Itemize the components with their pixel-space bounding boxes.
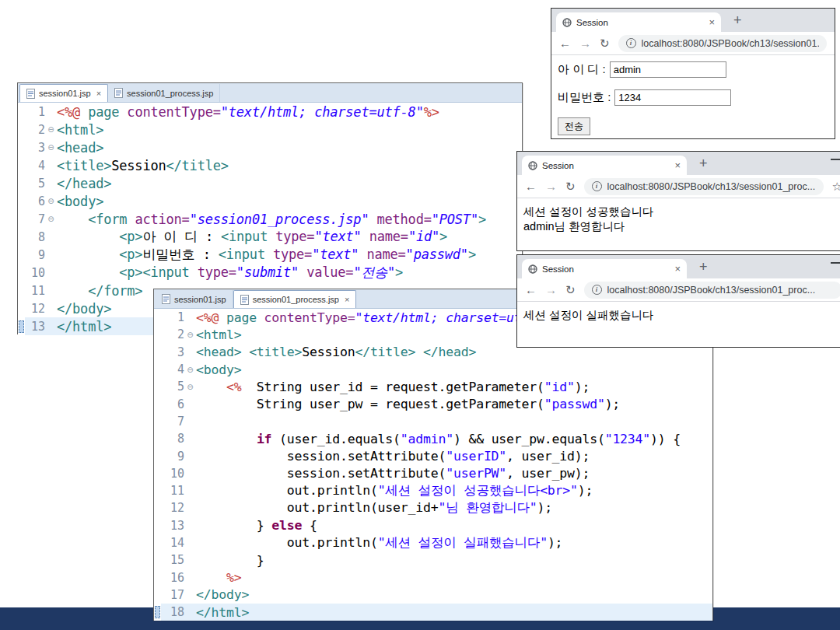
- reload-icon[interactable]: ↻: [565, 180, 576, 192]
- code-text: <head>: [57, 140, 103, 156]
- reload-icon[interactable]: ↻: [565, 284, 576, 296]
- browser3-tab-strip: Session × +: [517, 255, 840, 278]
- code-line[interactable]: 9 session.setAttribute("userID", user_id…: [154, 447, 712, 464]
- code-line[interactable]: 6⊖<body>: [18, 192, 522, 210]
- tab-close-icon[interactable]: ×: [709, 16, 715, 28]
- editor1-tab-session01[interactable]: session01.jsp ×: [19, 84, 108, 102]
- code-line[interactable]: 4<title>Session</title>: [18, 156, 522, 174]
- browser2-toolbar: ← → ↻ i localhost:8080/JSPBook/ch13/sess…: [517, 175, 840, 198]
- code-line[interactable]: 5⊖ <% String user_id = request.getParame…: [154, 378, 712, 395]
- code-line[interactable]: 4⊖<body>: [154, 361, 712, 378]
- browser2-tab[interactable]: Session ×: [522, 156, 687, 175]
- info-icon[interactable]: i: [626, 38, 636, 48]
- tab-close-icon[interactable]: ×: [345, 295, 349, 304]
- code-line[interactable]: 9 <p>비밀번호 : <input type="text" name="pas…: [18, 246, 522, 264]
- code-line[interactable]: 5</head>: [18, 174, 522, 192]
- result-line: 세션 설정이 성공했습니다: [523, 205, 840, 219]
- line-number: 11: [161, 484, 184, 498]
- fold-icon[interactable]: ⊖: [45, 143, 57, 152]
- gutter-marker: [18, 228, 25, 246]
- code-text: <body>: [196, 362, 241, 377]
- browser3-page-content: 세션 설정이 실패했습니다: [517, 302, 840, 323]
- back-icon[interactable]: ←: [559, 37, 571, 49]
- code-line[interactable]: 16 %>: [154, 569, 712, 586]
- editor1-tab-session01-process[interactable]: session01_process.jsp: [108, 84, 220, 102]
- line-number: 3: [161, 345, 184, 359]
- tab-close-icon[interactable]: ×: [96, 89, 101, 98]
- fold-icon[interactable]: ⊖: [45, 197, 57, 205]
- minimize-icon[interactable]: [831, 262, 840, 264]
- gutter-marker: [154, 378, 161, 395]
- code-text: </head>: [57, 176, 111, 191]
- globe-favicon: [528, 264, 537, 274]
- fold-icon[interactable]: ⊖: [184, 366, 196, 374]
- tab-close-icon[interactable]: ×: [674, 159, 681, 171]
- browser1-tab-strip: Session × +: [551, 9, 835, 32]
- browser1-tab[interactable]: Session ×: [556, 12, 721, 32]
- code-line[interactable]: 10 session.setAttribute("userPW", user_p…: [154, 465, 712, 482]
- new-tab-icon[interactable]: +: [699, 156, 708, 172]
- url-text: localhost:8080/JSPBook/ch13/session01_pr…: [607, 285, 816, 296]
- code-line[interactable]: 2⊖<html>: [18, 121, 522, 138]
- forward-icon[interactable]: →: [579, 37, 591, 49]
- editor2-code-area[interactable]: 1<%@ page contentType="text/html; charse…: [154, 309, 712, 621]
- code-line[interactable]: 8 if (user_id.equals("admin") && user_pw…: [154, 430, 712, 447]
- code-text: out.println(user_id+"님 환영합니다");: [196, 499, 552, 516]
- line-number: 5: [161, 380, 184, 394]
- new-tab-icon[interactable]: +: [699, 259, 708, 275]
- line-number: 4: [161, 362, 184, 376]
- address-bar[interactable]: i localhost:8080/JSPBook/ch13/session01.…: [618, 35, 827, 52]
- code-line[interactable]: 11 out.println("세션 설정이 성공했습니다<br>");: [154, 482, 712, 499]
- back-icon[interactable]: ←: [525, 284, 537, 296]
- editor2-tab-session01[interactable]: session01.jsp: [156, 290, 233, 308]
- submit-button[interactable]: 전송: [558, 117, 590, 135]
- code-line[interactable]: 17</body>: [154, 586, 712, 604]
- forward-icon[interactable]: →: [545, 284, 557, 296]
- code-line[interactable]: 12 out.println(user_id+"님 환영합니다");: [154, 499, 712, 516]
- info-icon[interactable]: i: [592, 285, 602, 295]
- password-input[interactable]: [614, 89, 731, 106]
- forward-icon[interactable]: →: [545, 180, 557, 192]
- code-line[interactable]: 10 <p><input type="submit" value="전송">: [18, 264, 522, 282]
- code-line[interactable]: 18</html>: [154, 604, 712, 621]
- line-number: 7: [25, 212, 45, 226]
- desktop: session01.jsp × session01_process.jsp 1<…: [0, 0, 840, 630]
- result-line: admin님 환영합니다: [523, 219, 840, 234]
- code-text: }: [196, 553, 264, 568]
- id-input[interactable]: [610, 61, 726, 78]
- fold-icon[interactable]: ⊖: [45, 125, 57, 134]
- code-text: session.setAttribute("userPW", user_pw);: [196, 466, 590, 481]
- code-line[interactable]: 7⊖ <form action="session01_process.jsp" …: [18, 210, 522, 228]
- code-line[interactable]: 14 out.println("세션 설정이 실패했습니다");: [154, 534, 712, 551]
- fold-icon[interactable]: ⊖: [45, 215, 57, 223]
- address-bar[interactable]: i localhost:8080/JSPBook/ch13/session01_…: [584, 178, 824, 195]
- new-tab-icon[interactable]: +: [733, 12, 742, 29]
- info-icon[interactable]: i: [592, 181, 602, 191]
- tab-close-icon[interactable]: ×: [674, 263, 681, 275]
- gutter-marker: [154, 413, 161, 430]
- browser3-tab[interactable]: Session ×: [522, 259, 687, 278]
- code-line[interactable]: 8 <p>아 이 디 : <input type="text" name="id…: [18, 228, 522, 246]
- code-text: String user_pw = request.getParameter("p…: [196, 397, 620, 411]
- reload-icon[interactable]: ↻: [600, 37, 610, 49]
- minimize-icon[interactable]: [831, 159, 840, 160]
- line-number: 17: [161, 588, 184, 602]
- fold-icon[interactable]: ⊖: [184, 383, 196, 391]
- back-icon[interactable]: ←: [525, 180, 537, 192]
- code-line[interactable]: 6 String user_pw = request.getParameter(…: [154, 395, 712, 412]
- code-text: </body>: [57, 301, 111, 317]
- gutter-marker: [18, 156, 25, 174]
- fold-icon[interactable]: ⊖: [184, 331, 196, 339]
- code-line[interactable]: 15 }: [154, 551, 712, 569]
- code-line[interactable]: 1<%@ page contentType="text/html; charse…: [18, 103, 522, 121]
- editor2-tab-session01-process[interactable]: session01_process.jsp ×: [233, 290, 357, 308]
- tab-label: session01_process.jsp: [253, 295, 339, 304]
- line-number: 9: [25, 248, 45, 262]
- code-line[interactable]: 3⊖<head>: [18, 138, 522, 156]
- file-icon: [162, 294, 170, 304]
- address-bar[interactable]: i localhost:8080/JSPBook/ch13/session01_…: [584, 282, 840, 299]
- bookmark-star-icon[interactable]: ☆: [832, 180, 840, 194]
- code-line[interactable]: 13 } else {: [154, 517, 712, 534]
- code-line[interactable]: 7: [154, 413, 712, 430]
- code-text: </form>: [57, 283, 142, 299]
